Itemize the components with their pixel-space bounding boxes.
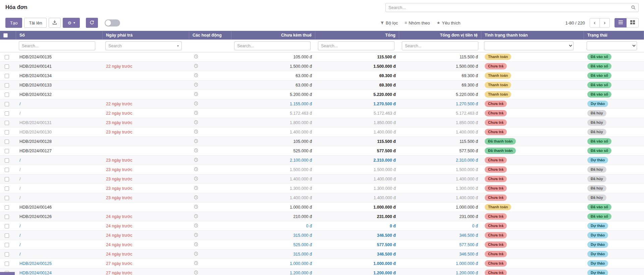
group-by-button[interactable]: ≡ Nhóm theo: [405, 20, 430, 25]
total-currency-filter[interactable]: [402, 41, 478, 50]
activity-clock-icon[interactable]: [194, 130, 198, 135]
activity-clock-icon[interactable]: [194, 149, 198, 154]
row-checkbox[interactable]: [5, 168, 9, 172]
row-checkbox[interactable]: [5, 158, 9, 163]
toggle-switch[interactable]: [105, 19, 120, 26]
global-search-input[interactable]: [388, 5, 631, 10]
row-checkbox[interactable]: [5, 224, 9, 228]
table-row[interactable]: /23 ngày trước2.100.000 đ2.310.000 đ2.31…: [0, 156, 644, 165]
row-checkbox[interactable]: [5, 102, 9, 106]
search-icon[interactable]: [631, 5, 636, 10]
kanban-view-button[interactable]: [627, 18, 639, 28]
activity-clock-icon[interactable]: [194, 102, 198, 107]
state-filter-select[interactable]: [587, 41, 637, 50]
activity-clock-icon[interactable]: [194, 111, 198, 116]
favorites-button[interactable]: ★ Yêu thích: [437, 20, 461, 25]
number-filter-input[interactable]: [22, 44, 92, 48]
due-date-filter-input[interactable]: [108, 44, 176, 48]
list-view-button[interactable]: [614, 18, 627, 28]
caret-down-icon[interactable]: ▾: [177, 44, 179, 48]
column-header-total[interactable]: Tổng: [315, 31, 399, 40]
activity-clock-icon[interactable]: [194, 93, 198, 97]
activity-clock-icon[interactable]: [194, 64, 198, 69]
row-checkbox[interactable]: [5, 111, 9, 116]
activity-clock-icon[interactable]: [194, 83, 198, 88]
activity-clock-icon[interactable]: [194, 55, 198, 60]
table-row[interactable]: /24 ngày trước315.000 đ346.500 đ346.500 …: [0, 231, 644, 240]
row-checkbox[interactable]: [5, 93, 9, 97]
pager-next-button[interactable]: ›: [600, 18, 610, 28]
table-row[interactable]: /24 ngày trước525.000 đ577.500 đ577.500 …: [0, 240, 644, 250]
table-row[interactable]: HDB/2024/0013123 ngày trước1.800.000 đ1.…: [0, 118, 644, 127]
total-filter-input[interactable]: [321, 44, 391, 48]
row-checkbox[interactable]: [5, 243, 9, 247]
row-checkbox[interactable]: [5, 215, 9, 219]
table-row[interactable]: HDB/2024/0012427 ngày trước1.200.000 đ1.…: [0, 268, 644, 275]
activity-clock-icon[interactable]: [194, 140, 198, 144]
column-header-activities[interactable]: Các hoạt động: [189, 31, 231, 40]
activity-clock-icon[interactable]: [194, 215, 198, 219]
row-checkbox[interactable]: [5, 149, 9, 153]
table-row[interactable]: /23 ngày trước1.400.000 đ1.400.000 đ1.40…: [0, 174, 644, 184]
payment-status-filter-select[interactable]: [484, 41, 574, 50]
number-filter[interactable]: [19, 41, 95, 50]
row-checkbox[interactable]: [5, 55, 9, 59]
due-date-filter[interactable]: ▾: [105, 41, 182, 50]
row-checkbox[interactable]: [5, 205, 9, 210]
row-checkbox[interactable]: [5, 196, 9, 200]
table-row[interactable]: /23 ngày trước1.300.000 đ1.300.000 đ1.30…: [0, 184, 644, 193]
row-checkbox[interactable]: [5, 64, 9, 69]
table-row[interactable]: HDB/2024/00128105.000 đ115.500 đ115.500 …: [0, 137, 644, 146]
activity-clock-icon[interactable]: [194, 186, 198, 191]
row-checkbox[interactable]: [5, 74, 9, 78]
activity-clock-icon[interactable]: [194, 168, 198, 172]
activity-clock-icon[interactable]: [194, 233, 198, 238]
row-checkbox[interactable]: [5, 130, 9, 134]
activity-clock-icon[interactable]: [194, 224, 198, 229]
column-header-state[interactable]: Trạng thái: [584, 31, 644, 40]
table-row[interactable]: /23 ngày trước1.400.000 đ1.400.000 đ1.40…: [0, 193, 644, 203]
table-row[interactable]: HDB/2024/0012527 ngày trước1.000.000 đ1.…: [0, 259, 644, 268]
table-row[interactable]: /22 ngày trước5.172.463 đ5.172.463 đ5.17…: [0, 109, 644, 118]
column-header-untaxed[interactable]: Chưa kèm thuế: [231, 31, 315, 40]
column-header-total-currency[interactable]: Tổng đơn vị tiền tệ: [399, 31, 481, 40]
settings-dropdown-button[interactable]: ⚙ ▾: [63, 18, 80, 28]
select-all-checkbox[interactable]: [3, 33, 8, 38]
row-checkbox[interactable]: [5, 83, 9, 88]
activity-clock-icon[interactable]: [194, 196, 198, 201]
activity-clock-icon[interactable]: [194, 205, 198, 210]
row-checkbox[interactable]: [5, 121, 9, 125]
table-row[interactable]: HDB/2024/00127525.000 đ577.500 đ577.500 …: [0, 146, 644, 156]
total-currency-filter-input[interactable]: [405, 44, 475, 48]
activity-clock-icon[interactable]: [194, 252, 198, 257]
activity-clock-icon[interactable]: [194, 177, 198, 182]
column-header-number[interactable]: Số: [16, 31, 103, 40]
pager-previous-button[interactable]: ‹: [590, 18, 600, 28]
table-row[interactable]: HDB/2024/0013363.000 đ69.300 đ69.300 đTh…: [0, 80, 644, 90]
table-row[interactable]: /24 ngày trước0 đ0 đ0 đChưa trảDự thảo: [0, 221, 644, 231]
create-button[interactable]: Tạo: [5, 18, 22, 28]
column-header-due-date[interactable]: Ngày phải trả: [103, 31, 189, 40]
row-checkbox[interactable]: [5, 252, 9, 257]
download-button[interactable]: [49, 18, 61, 28]
row-checkbox[interactable]: [5, 140, 9, 144]
table-row[interactable]: /23 ngày trước1.500.000 đ1.500.000 đ1.50…: [0, 165, 644, 174]
row-checkbox[interactable]: [5, 177, 9, 181]
untaxed-filter[interactable]: [234, 41, 311, 50]
refresh-button[interactable]: [86, 18, 98, 28]
global-search[interactable]: [385, 3, 639, 12]
table-row[interactable]: HDB/2024/001325.200.000 đ5.220.000 đ5.22…: [0, 90, 644, 99]
table-row[interactable]: HDB/2024/001461.000.000 đ1.000.000 đ1.00…: [0, 203, 644, 212]
activity-clock-icon[interactable]: [194, 271, 198, 275]
table-row[interactable]: HDB/2024/0013463.000 đ69.300 đ69.300 đTh…: [0, 71, 644, 80]
activity-clock-icon[interactable]: [194, 158, 198, 163]
table-row[interactable]: HDB/2024/0014122 ngày trước1.500.000 đ1.…: [0, 62, 644, 71]
row-checkbox[interactable]: [5, 262, 9, 266]
table-row[interactable]: HDB/2024/00135105.000 đ115.500 đ115.500 …: [0, 52, 644, 62]
activity-clock-icon[interactable]: [194, 121, 198, 125]
filters-button[interactable]: Bộ lọc: [380, 20, 398, 25]
untaxed-filter-input[interactable]: [237, 44, 308, 48]
row-checkbox[interactable]: [5, 186, 9, 191]
table-row[interactable]: /22 ngày trước1.155.000 đ1.270.500 đ1.27…: [0, 99, 644, 109]
activity-clock-icon[interactable]: [194, 262, 198, 266]
